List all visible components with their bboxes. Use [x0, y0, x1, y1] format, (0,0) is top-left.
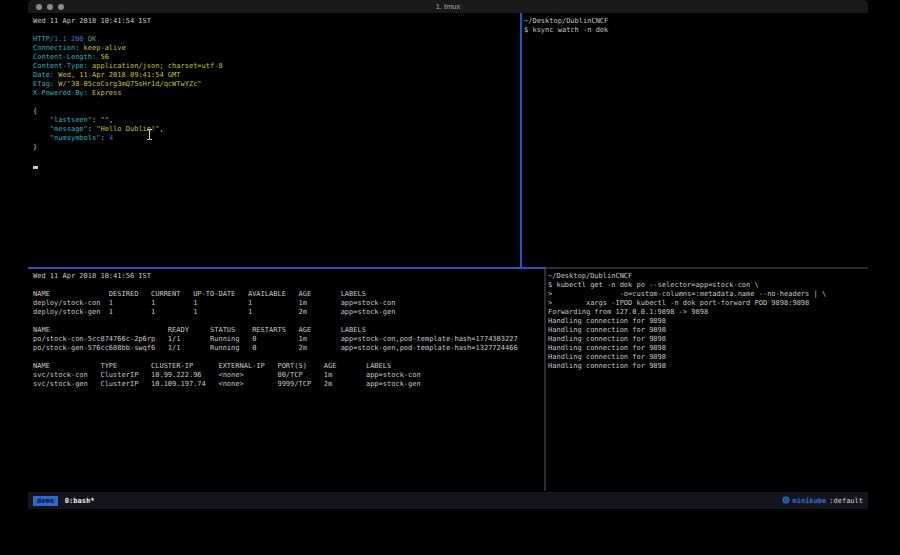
terminal-line: Content-Length: 56 — [33, 53, 520, 62]
terminal-line — [33, 353, 544, 362]
terminal-line: Wed 11 Apr 2018 10:41:56 IST — [33, 272, 544, 281]
tmux-status-bar: demo 0:bash* minikube:default — [28, 492, 868, 509]
active-window-label[interactable]: 0:bash* — [65, 497, 95, 505]
terminal-line: } — [33, 143, 520, 152]
terminal-line: Date: Wed, 11 Apr 2018 09:41:54 GMT — [33, 71, 520, 80]
terminal-line: deploy/stock-con 1 1 1 1 1m app=stock-co… — [33, 299, 544, 308]
terminal-line — [33, 281, 544, 290]
terminal-line: Connection: keep-alive — [33, 44, 520, 53]
terminal-line: ~/Desktop/DublinCNCF — [524, 17, 868, 26]
helm-wheel-icon — [782, 496, 790, 506]
terminal-line: X-Powered-By: Express — [33, 89, 520, 98]
terminal-line: NAME READY STATUS RESTARTS AGE LABELS — [33, 326, 544, 335]
terminal-line: { — [33, 107, 520, 116]
window-title: 1. tmux — [28, 2, 868, 11]
terminal-window: 1. tmux Wed 11 Apr 2018 10:41:54 IST HTT… — [28, 0, 868, 509]
terminal-line: Handling connection for 9898 — [548, 335, 868, 344]
terminal-line: ~/Desktop/DublinCNCF — [548, 272, 868, 281]
terminal-line: svc/stock-con ClusterIP 10.99.222.96 <no… — [33, 371, 544, 380]
pane-ksync-watch[interactable]: ~/Desktop/DublinCNCF$ ksync watch -n dok — [522, 13, 868, 267]
terminal-line: > -o=custom-columns=:metadata.name --no-… — [548, 290, 868, 299]
terminal-line: po/stock-con-5cc874766c-2p6rp 1/1 Runnin… — [33, 335, 544, 344]
terminal-line: svc/stock-gen ClusterIP 10.109.197.74 <n… — [33, 380, 544, 389]
pane-kubectl-get[interactable]: Wed 11 Apr 2018 10:41:56 IST NAME DESIRE… — [28, 269, 544, 491]
pane-port-forward[interactable]: ~/Desktop/DublinCNCF$ kubectl get -n dok… — [546, 269, 868, 491]
kube-namespace: :default — [829, 497, 863, 505]
session-name-badge[interactable]: demo — [33, 496, 58, 506]
window-titlebar[interactable]: 1. tmux — [28, 0, 868, 13]
terminal-line: Handling connection for 9898 — [548, 362, 868, 371]
terminal-line: po/stock-gen-576cc688bb-swqf6 1/1 Runnin… — [33, 344, 544, 353]
terminal-line — [33, 98, 520, 107]
terminal-line: Handling connection for 9898 — [548, 317, 868, 326]
pane-divider-horizontal-left[interactable] — [28, 267, 546, 269]
terminal-line — [33, 26, 520, 35]
terminal-line: Content-Type: application/json; charset=… — [33, 62, 520, 71]
terminal-line: deploy/stock-gen 1 1 1 1 2m app=stock-ge… — [33, 308, 544, 317]
terminal-line: Handling connection for 9898 — [548, 326, 868, 335]
desktop-background: 1. tmux Wed 11 Apr 2018 10:41:54 IST HTT… — [0, 0, 900, 555]
terminal-line: HTTP/1.1 200 OK — [33, 35, 520, 44]
terminal-line: Forwarding from 127.0.0.1:9898 -> 9898 — [548, 308, 868, 317]
pane-divider-vertical-bottom[interactable] — [544, 269, 546, 491]
terminal-line: "message": "Hello Dublin!", — [33, 125, 520, 134]
terminal-line — [33, 161, 520, 170]
terminal-line: "numsymbols": 4 — [33, 134, 520, 143]
terminal-line: ETag: W/"38-05coCsrg3mQ75sHr1d/qcWTwYZc" — [33, 80, 520, 89]
terminal-line — [33, 152, 520, 161]
terminal-line — [33, 317, 544, 326]
terminal-cursor — [33, 166, 38, 169]
pane-divider-horizontal-right[interactable] — [546, 267, 868, 269]
tmux-session: Wed 11 Apr 2018 10:41:54 IST HTTP/1.1 20… — [28, 13, 868, 492]
terminal-line: NAME DESIRED CURRENT UP-TO-DATE AVAILABL… — [33, 290, 544, 299]
kube-context: minikube — [793, 497, 827, 505]
kube-context-indicator: minikube:default — [782, 496, 863, 506]
terminal-line: Handling connection for 9898 — [548, 353, 868, 362]
terminal-line: $ ksync watch -n dok — [524, 26, 868, 35]
terminal-line: NAME TYPE CLUSTER-IP EXTERNAL-IP PORT(S)… — [33, 362, 544, 371]
terminal-line: $ kubectl get -n dok po --selector=app=s… — [548, 281, 868, 290]
terminal-line: "lastseen": "", — [33, 116, 520, 125]
pane-divider-vertical-top[interactable] — [520, 13, 522, 269]
terminal-line: Wed 11 Apr 2018 10:41:54 IST — [33, 17, 520, 26]
pane-http-response[interactable]: Wed 11 Apr 2018 10:41:54 IST HTTP/1.1 20… — [28, 13, 520, 267]
terminal-line: > xargs -IPOD kubectl -n dok port-forwar… — [548, 299, 868, 308]
text-cursor-pointer — [146, 125, 153, 136]
terminal-line: Handling connection for 9898 — [548, 344, 868, 353]
